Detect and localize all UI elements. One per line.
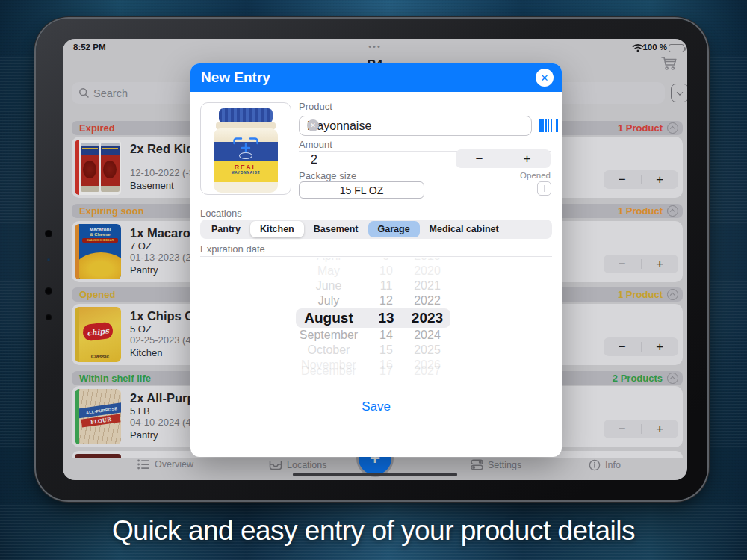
battery-icon	[669, 44, 684, 52]
segment-garage-selected[interactable]: Garage	[368, 221, 420, 237]
segment-kitchen[interactable]: Kitchen	[250, 221, 304, 237]
increment-button[interactable]: +	[503, 150, 551, 167]
barcode-scan-icon[interactable]	[539, 119, 558, 132]
opened-checkbox[interactable]	[537, 181, 551, 196]
chevron-down-icon	[677, 89, 683, 95]
modal-title: New Entry	[201, 69, 270, 86]
chevron-up-icon	[670, 377, 675, 382]
opened-label: Opened	[520, 171, 551, 180]
amount-stepper: − +	[456, 149, 551, 168]
collapse-section-button[interactable]	[667, 289, 678, 300]
search-icon	[78, 87, 90, 99]
increment-button[interactable]: +	[642, 255, 679, 273]
amount-stepper: − +	[604, 337, 678, 356]
decrement-button[interactable]: −	[604, 420, 641, 438]
segment-basement[interactable]: Basement	[304, 221, 368, 237]
close-icon[interactable]	[536, 69, 554, 87]
increment-button[interactable]: +	[642, 338, 679, 355]
collapse-all-button[interactable]	[671, 84, 687, 102]
tab-settings[interactable]: Settings	[471, 459, 521, 470]
divider	[200, 256, 552, 257]
product-thumbnail	[75, 140, 121, 195]
marketing-background: 8:52 PM ••• 100 % P4 Search Expired 1 Pr…	[0, 0, 747, 560]
amount-stepper: − +	[604, 420, 678, 438]
tab-locations[interactable]: Locations	[269, 459, 327, 470]
search-placeholder: Search	[93, 87, 128, 99]
locations-segmented-control: Pantry Kitchen Basement Garage Medical c…	[200, 220, 552, 239]
save-button[interactable]: Save	[190, 399, 562, 414]
divider	[299, 113, 551, 113]
segment-pantry[interactable]: Pantry	[202, 221, 250, 237]
locations-label: Locations	[200, 208, 242, 219]
product-thumbnail: ALL-PURPOSE FLOUR	[75, 389, 121, 444]
amount-value: 2	[311, 153, 317, 167]
increment-button[interactable]: +	[642, 171, 679, 188]
app-screen: 8:52 PM ••• 100 % P4 Search Expired 1 Pr…	[63, 39, 687, 480]
tab-overview[interactable]: Overview	[137, 459, 193, 470]
decrement-button[interactable]: −	[604, 255, 641, 273]
product-label: Product	[299, 101, 332, 112]
ipad-device-frame: 8:52 PM ••• 100 % P4 Search Expired 1 Pr…	[36, 19, 707, 500]
package-size-label: Package size	[299, 170, 356, 181]
clear-text-icon[interactable]	[307, 119, 319, 131]
home-indicator[interactable]	[293, 473, 457, 476]
expiration-date-label: Expiration date	[200, 243, 265, 255]
decrement-button[interactable]: −	[604, 171, 641, 188]
scan-overlay-icon	[233, 137, 258, 157]
product-thumbnail: Macaroni & Cheese CLASSIC CHEDDAR	[75, 224, 121, 279]
collapse-section-button[interactable]	[667, 205, 678, 217]
marketing-caption: Quick and easy entry of your product det…	[0, 515, 747, 547]
front-camera-icon	[45, 230, 52, 237]
chevron-up-icon	[670, 293, 675, 298]
picker-selected-row: August132023	[190, 308, 562, 328]
package-size-button[interactable]: 15 FL OZ	[299, 181, 424, 199]
list-icon	[137, 459, 150, 470]
front-camera-icon	[45, 287, 52, 295]
section-count: 1 Product	[618, 122, 663, 134]
expiration-date-wheel-picker[interactable]: April92019 May102020 June112021 July1220…	[190, 258, 562, 380]
tray-icon	[269, 459, 282, 470]
camera-sensor-icon	[46, 314, 52, 320]
camera-sensor-icon	[47, 258, 50, 261]
product-thumbnail: chips Classic	[75, 307, 121, 362]
collapse-section-button[interactable]	[667, 373, 678, 384]
decrement-button[interactable]: −	[604, 338, 641, 355]
section-count: 1 Product	[618, 289, 663, 300]
increment-button[interactable]: +	[642, 420, 679, 438]
sliders-icon	[471, 459, 483, 470]
amount-label: Amount	[299, 139, 332, 150]
shopping-cart-icon[interactable]	[660, 55, 678, 72]
new-entry-modal: New Entry REAL MAYONNAISE	[190, 63, 562, 457]
amount-stepper: − +	[604, 255, 678, 273]
battery-percent: 100 %	[642, 43, 667, 52]
section-count: 2 Products	[613, 373, 663, 384]
chevron-up-icon	[670, 127, 675, 131]
multitask-dots: •••	[63, 42, 687, 51]
tab-info[interactable]: Info	[589, 459, 621, 471]
info-icon	[589, 459, 601, 471]
product-name-input[interactable]: Mayonnaise	[299, 116, 532, 136]
product-photo[interactable]: REAL MAYONNAISE	[200, 102, 291, 195]
chevron-up-icon	[670, 210, 675, 214]
decrement-button[interactable]: −	[456, 150, 503, 167]
section-count: 1 Product	[618, 205, 663, 217]
collapse-section-button[interactable]	[667, 122, 678, 134]
segment-medical-cabinet[interactable]: Medical cabinet	[420, 221, 509, 237]
app-title-clipped: P4	[63, 58, 687, 63]
amount-stepper: − +	[604, 170, 678, 189]
modal-header: New Entry	[190, 63, 562, 92]
